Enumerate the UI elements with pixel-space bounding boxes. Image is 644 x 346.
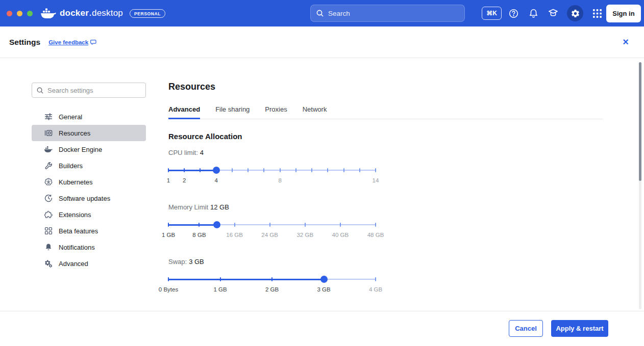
window-minimize-button[interactable] bbox=[17, 11, 22, 16]
memory-limit-block: Memory Limit12 GB 1 GB8 GB16 GB24 GB32 G… bbox=[168, 203, 376, 239]
sign-in-button[interactable]: Sign in bbox=[606, 5, 641, 22]
settings-search[interactable] bbox=[32, 83, 146, 98]
slider-label-text: Memory Limit bbox=[168, 203, 208, 211]
topbar: docker . desktop PERSONAL ⌘K bbox=[0, 0, 644, 26]
cpu-limit-block: CPU limit:4 124814 bbox=[168, 149, 376, 185]
help-icon[interactable] bbox=[507, 7, 519, 19]
puzzle-icon bbox=[44, 210, 53, 219]
tab-advanced[interactable]: Advanced bbox=[168, 105, 200, 119]
window-close-button[interactable] bbox=[7, 11, 12, 16]
docker-whale-icon bbox=[40, 7, 56, 19]
gears-icon bbox=[44, 259, 53, 268]
slider-value: 4 bbox=[200, 149, 204, 156]
sidebar-item-notifications[interactable]: Notifications bbox=[32, 239, 146, 255]
sidebar-item-label: Extensions bbox=[59, 211, 91, 219]
settings-content: General Resources bbox=[0, 58, 644, 311]
scale-label: 1 GB bbox=[162, 232, 175, 238]
settings-footer: Cancel Apply & restart bbox=[0, 311, 644, 345]
docker-engine-whale-icon bbox=[44, 145, 53, 154]
swap-slider[interactable] bbox=[168, 276, 376, 283]
search-icon bbox=[36, 87, 44, 94]
scale-label: 3 GB bbox=[317, 286, 330, 292]
slider-label-text: CPU limit: bbox=[168, 149, 198, 156]
settings-sidebar: General Resources bbox=[32, 58, 146, 311]
tab-file-sharing[interactable]: File sharing bbox=[215, 105, 250, 119]
feedback-bubble-icon bbox=[90, 39, 97, 45]
close-icon[interactable]: × bbox=[623, 37, 629, 47]
sidebar-item-software-updates[interactable]: Software updates bbox=[32, 190, 146, 206]
resources-tabs: Advanced File sharing Proxies Network bbox=[168, 105, 603, 119]
memory-limit-scale: 1 GB8 GB16 GB24 GB32 GB40 GB48 GB bbox=[168, 232, 376, 239]
slider-label-text: Swap: bbox=[168, 258, 187, 265]
keyboard-shortcut-badge: ⌘K bbox=[482, 7, 502, 20]
sidebar-item-label: Resources bbox=[59, 129, 90, 137]
sidebar-item-kubernetes[interactable]: Kubernetes bbox=[32, 174, 146, 190]
swap-label: Swap:3 GB bbox=[168, 258, 376, 265]
memory-limit-label: Memory Limit12 GB bbox=[168, 203, 376, 211]
scale-label: 8 GB bbox=[192, 232, 206, 238]
scale-label: 48 GB bbox=[367, 232, 384, 238]
sidebar-item-label: Advanced bbox=[59, 260, 88, 268]
sidebar-item-label: Kubernetes bbox=[59, 178, 93, 186]
brand: docker . desktop PERSONAL bbox=[40, 7, 165, 19]
scale-label: 24 GB bbox=[261, 232, 278, 238]
sidebar-item-label: Docker Engine bbox=[59, 146, 102, 153]
sidebar-item-label: General bbox=[59, 113, 82, 121]
scale-label: 4 bbox=[214, 177, 217, 183]
sidebar-item-label: Builders bbox=[59, 162, 83, 170]
cpu-limit-scale: 124814 bbox=[168, 177, 376, 185]
app-title-secondary: desktop bbox=[92, 8, 123, 18]
memory-limit-slider[interactable] bbox=[168, 221, 376, 228]
tab-network[interactable]: Network bbox=[303, 105, 327, 119]
learning-center-icon[interactable] bbox=[547, 7, 559, 19]
app-title-separator: . bbox=[89, 9, 91, 17]
wrench-icon bbox=[44, 162, 53, 170]
scale-label: 2 GB bbox=[265, 286, 279, 292]
resources-panel: Resources Advanced File sharing Proxies … bbox=[168, 58, 603, 311]
sidebar-item-label: Beta features bbox=[59, 227, 98, 235]
global-search[interactable] bbox=[310, 5, 465, 22]
tab-proxies[interactable]: Proxies bbox=[265, 105, 287, 119]
apps-grid-icon[interactable] bbox=[591, 7, 603, 19]
plan-badge: PERSONAL bbox=[130, 9, 165, 18]
scale-label: 4 GB bbox=[369, 286, 382, 292]
scale-label: 16 GB bbox=[226, 232, 243, 238]
apply-restart-button[interactable]: Apply & restart bbox=[551, 320, 608, 337]
update-clock-icon bbox=[44, 194, 53, 203]
scale-label: 0 Bytes bbox=[159, 286, 178, 292]
sidebar-item-general[interactable]: General bbox=[32, 109, 146, 125]
window-zoom-button[interactable] bbox=[27, 11, 33, 16]
app-title: docker . desktop bbox=[60, 8, 123, 18]
swap-block: Swap:3 GB 0 Bytes1 GB2 GB3 GB4 GB bbox=[168, 258, 376, 294]
page-title: Settings bbox=[9, 38, 40, 47]
kubernetes-icon bbox=[44, 178, 53, 187]
give-feedback-link[interactable]: Give feedback bbox=[48, 39, 97, 45]
cpu-limit-slider[interactable] bbox=[168, 167, 376, 174]
scale-label: 2 bbox=[183, 177, 186, 183]
sidebar-nav: General Resources bbox=[32, 109, 146, 272]
sidebar-item-advanced[interactable]: Advanced bbox=[32, 255, 146, 272]
cpu-limit-label: CPU limit:4 bbox=[168, 149, 376, 156]
sidebar-item-resources[interactable]: Resources bbox=[32, 125, 146, 141]
sidebar-item-docker-engine[interactable]: Docker Engine bbox=[32, 141, 146, 157]
sidebar-item-beta-features[interactable]: Beta features bbox=[32, 223, 146, 239]
scale-label: 14 bbox=[373, 177, 379, 183]
sidebar-item-builders[interactable]: Builders bbox=[32, 157, 146, 174]
cancel-button[interactable]: Cancel bbox=[509, 320, 543, 337]
scale-label: 8 bbox=[278, 177, 281, 183]
sidebar-item-label: Software updates bbox=[59, 195, 110, 202]
settings-gear-icon[interactable] bbox=[567, 5, 583, 21]
scrollbar-thumb[interactable] bbox=[639, 62, 641, 181]
settings-search-input[interactable] bbox=[47, 87, 141, 94]
notifications-bell-icon[interactable] bbox=[527, 7, 539, 19]
sidebar-item-label: Notifications bbox=[59, 244, 95, 251]
slider-value: 3 GB bbox=[189, 258, 204, 265]
sliders-icon bbox=[44, 113, 53, 121]
sidebar-item-extensions[interactable]: Extensions bbox=[32, 206, 146, 223]
window-controls bbox=[0, 11, 33, 16]
slider-value: 12 GB bbox=[210, 203, 229, 211]
beta-grid-icon bbox=[44, 227, 53, 235]
search-icon bbox=[316, 9, 324, 17]
search-input[interactable] bbox=[328, 10, 459, 17]
scrollbar-track[interactable] bbox=[639, 62, 641, 309]
